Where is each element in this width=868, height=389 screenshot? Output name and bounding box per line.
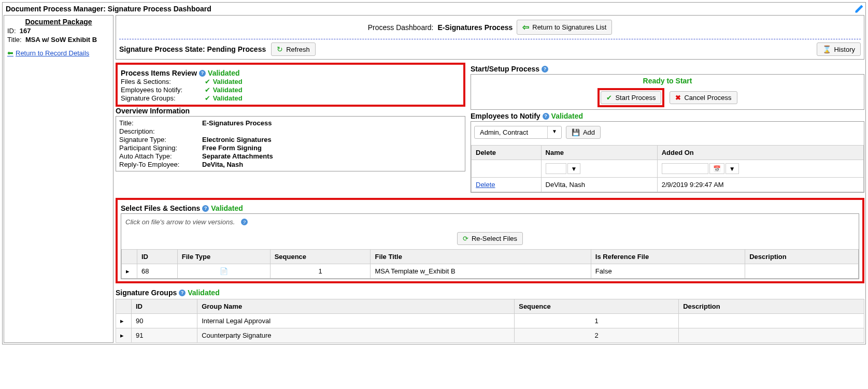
- return-to-signatures-label: Return to Signatures List: [532, 23, 606, 31]
- arrow-left-icon: ⬅: [7, 49, 13, 57]
- review-item-status: Validated: [213, 94, 243, 102]
- check-icon: ✔: [204, 94, 211, 102]
- start-process-button[interactable]: ✔ Start Process: [601, 91, 661, 104]
- filter-button[interactable]: ▼: [725, 163, 739, 174]
- cancel-process-button[interactable]: ✖ Cancel Process: [670, 91, 737, 104]
- cancel-icon: ✖: [675, 94, 681, 102]
- cell-desc: [745, 264, 859, 279]
- add-employee-button[interactable]: 💾 Add: [566, 126, 601, 139]
- cell-is-ref: False: [591, 264, 745, 279]
- cell-id: 90: [132, 314, 197, 328]
- refresh-button[interactable]: ↻ Refresh: [271, 42, 316, 56]
- refresh-icon: ↻: [277, 45, 283, 53]
- col-name[interactable]: Name: [541, 146, 657, 160]
- help-icon[interactable]: ?: [542, 66, 548, 73]
- package-id-value: 167: [20, 27, 31, 35]
- col-delete[interactable]: Delete: [472, 146, 542, 160]
- reselect-icon: ⟳: [463, 235, 468, 242]
- review-item-label: Employees to Notify:: [121, 86, 204, 94]
- col-id[interactable]: ID: [132, 299, 197, 314]
- expand-row-button[interactable]: ▸: [122, 264, 137, 279]
- help-icon[interactable]: ?: [241, 219, 248, 225]
- cell-desc: [679, 314, 864, 328]
- reselect-files-button[interactable]: ⟳ Re-Select Files: [457, 232, 523, 245]
- package-title-value: MSA w/ SoW Exhibit B: [25, 36, 97, 44]
- expand-row-button[interactable]: ▸: [116, 328, 132, 343]
- col-file-title[interactable]: File Title: [371, 250, 591, 264]
- col-file-type[interactable]: File Type: [177, 250, 270, 264]
- check-icon: ✔: [204, 78, 211, 85]
- files-grid: ID File Type Sequence File Title Is Refe…: [121, 249, 859, 279]
- process-items-review-status: Validated: [208, 69, 239, 77]
- expand-row-button[interactable]: ▸: [116, 314, 132, 328]
- overview-val: Separate Attachments: [202, 152, 273, 160]
- col-sequence[interactable]: Sequence: [270, 250, 371, 264]
- signature-groups-status: Validated: [188, 289, 219, 297]
- return-to-record-label: Return to Record Details: [16, 49, 89, 57]
- col-sequence[interactable]: Sequence: [515, 299, 679, 314]
- help-icon[interactable]: ?: [179, 290, 186, 296]
- dashboard-name: E-Signatures Process: [438, 23, 513, 32]
- dashboard-panel: Process Dashboard: E-Signatures Process …: [116, 15, 864, 60]
- filter-icon: ▼: [571, 165, 577, 172]
- process-items-review-highlight: Process Items Review ? Validated Files &…: [116, 63, 465, 107]
- col-id[interactable]: ID: [137, 250, 178, 264]
- filter-date-input[interactable]: [662, 163, 708, 174]
- employee-select-value: Admin, Contract: [475, 126, 547, 138]
- col-description[interactable]: Description: [679, 299, 864, 314]
- signature-groups-grid: ID Group Name Sequence Description ▸ 90 …: [116, 299, 864, 343]
- employees-notify-status: Validated: [551, 112, 583, 120]
- overview-key: Description:: [119, 127, 202, 135]
- package-title-label: Title:: [7, 36, 22, 44]
- cell-group-name: Internal Legal Approval: [197, 314, 515, 328]
- review-item-label: Signature Groups:: [121, 94, 204, 102]
- return-to-signatures-button[interactable]: ⇦ Return to Signatures List: [517, 20, 612, 35]
- select-files-title: Select Files & Sections: [121, 204, 200, 212]
- refresh-label: Refresh: [286, 46, 310, 53]
- edit-pen-icon[interactable]: [854, 4, 864, 14]
- overview-val: Free Form Signing: [202, 144, 262, 152]
- start-setup-title: Start/Setup Process: [471, 65, 539, 73]
- col-added-on[interactable]: Added On: [657, 146, 863, 160]
- select-files-box: Click on file's arrow to view versions. …: [121, 213, 859, 279]
- employees-notify-title: Employees to Notify: [471, 112, 540, 120]
- select-files-highlight: Select Files & Sections ? Validated Clic…: [116, 198, 864, 283]
- dashboard-label: Process Dashboard:: [368, 23, 434, 32]
- col-description[interactable]: Description: [745, 250, 859, 264]
- overview-key: Participant Signing:: [119, 144, 202, 152]
- cell-group-name: Counterparty Signature: [197, 328, 515, 343]
- calendar-button[interactable]: 📅: [709, 163, 724, 174]
- col-group-name[interactable]: Group Name: [197, 299, 515, 314]
- start-setup-box: Ready to Start ✔ Start Process ✖ Cancel: [471, 74, 864, 110]
- overview-box: Title:E-Signatures Process Description: …: [116, 116, 465, 171]
- help-icon[interactable]: ?: [202, 205, 209, 212]
- check-icon: ✔: [606, 94, 612, 102]
- reselect-files-label: Re-Select Files: [472, 235, 517, 242]
- help-icon[interactable]: ?: [199, 70, 206, 77]
- chevron-down-icon[interactable]: ▼: [547, 126, 561, 138]
- filter-name-input[interactable]: [546, 163, 566, 174]
- help-icon[interactable]: ?: [543, 113, 549, 120]
- overview-title: Overview Information: [116, 107, 190, 115]
- overview-val: E-Signatures Process: [202, 119, 272, 127]
- review-item-status: Validated: [213, 86, 243, 94]
- start-process-label: Start Process: [615, 94, 656, 102]
- hourglass-icon: ⌛: [822, 45, 831, 53]
- plus-left-icon: ⇦: [522, 22, 529, 32]
- process-state-label: Signature Process State: Pending Process: [119, 45, 266, 53]
- filter-button[interactable]: ▼: [567, 163, 581, 174]
- signature-groups-title: Signature Groups: [116, 289, 177, 297]
- overview-key: Reply-To Employee:: [119, 161, 202, 168]
- return-to-record-link[interactable]: ⬅ Return to Record Details: [7, 49, 89, 57]
- col-is-ref[interactable]: Is Reference File: [591, 250, 745, 264]
- review-item-status: Validated: [213, 78, 243, 85]
- employee-select[interactable]: Admin, Contract ▼: [474, 126, 562, 139]
- save-disk-icon: 💾: [572, 128, 580, 136]
- pdf-icon: 📄: [220, 267, 228, 275]
- delete-link[interactable]: Delete: [476, 181, 495, 189]
- table-row: Delete DeVita, Nash 2/9/2019 9:29:47 AM: [472, 178, 864, 192]
- cancel-process-label: Cancel Process: [684, 94, 731, 102]
- cell-sequence: 1: [515, 314, 679, 328]
- cell-added: 2/9/2019 9:29:47 AM: [657, 178, 863, 192]
- history-button[interactable]: ⌛ History: [817, 42, 861, 56]
